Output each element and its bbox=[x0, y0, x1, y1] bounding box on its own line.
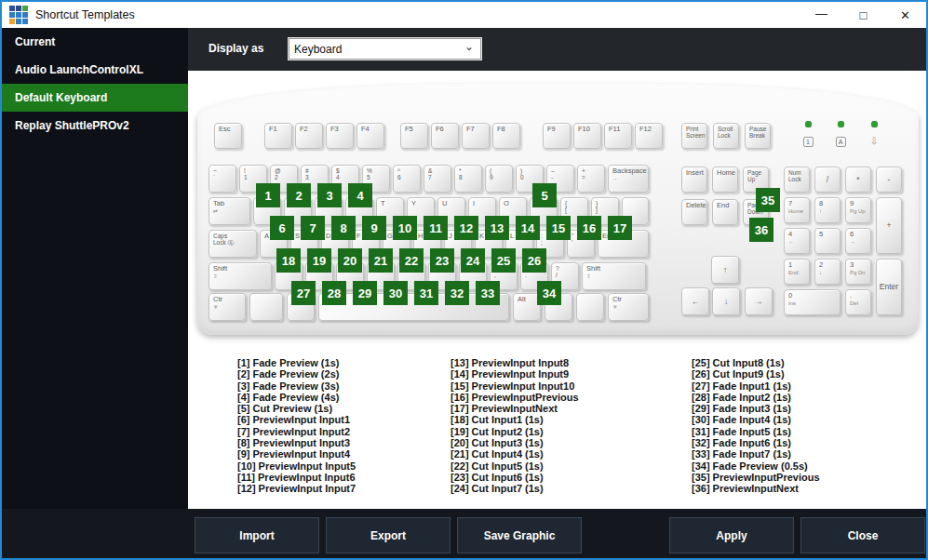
scroll-lock-led: ⇩ bbox=[863, 121, 885, 148]
shortcut-item: [7] PreviewInput Input2 bbox=[237, 426, 356, 437]
shortcut-item: [22] Cut Input5 (1s) bbox=[451, 460, 579, 472]
close-button[interactable]: Close bbox=[800, 517, 925, 553]
save-graphic-button[interactable]: Save Graphic bbox=[457, 517, 582, 553]
key-esc[interactable]: Esc bbox=[214, 123, 242, 149]
logo-square-9 bbox=[22, 19, 28, 24]
shortcut-item: [34] Fade Preview (0.5s) bbox=[692, 460, 820, 472]
key-f6[interactable]: F6 bbox=[431, 123, 459, 149]
shortcut-badge-7: 7 bbox=[301, 216, 325, 240]
shortcut-badge-18: 18 bbox=[276, 248, 301, 273]
scroll-lock-led-dot bbox=[871, 121, 878, 127]
export-button[interactable]: Export bbox=[326, 517, 451, 553]
shortcut-item: [5] Cut Preview (1s) bbox=[237, 403, 356, 414]
key-np-add[interactable]: + bbox=[876, 197, 902, 254]
key-np-8[interactable]: 8↑ bbox=[814, 197, 841, 223]
shortcut-badge-23: 23 bbox=[430, 248, 454, 273]
key-np-2[interactable]: 2↓ bbox=[814, 259, 841, 285]
key-arrow-left[interactable]: ← bbox=[681, 287, 709, 315]
shortcut-badge-5: 5 bbox=[532, 183, 557, 207]
key-np-subtract[interactable]: - bbox=[876, 167, 902, 193]
sidebar-item-replay-shuttleprov2[interactable]: Replay ShuttlePROv2 bbox=[2, 112, 188, 140]
key-np-4[interactable]: 4← bbox=[784, 228, 810, 254]
key-6[interactable]: ^6 bbox=[393, 165, 421, 193]
key-f10[interactable]: F10 bbox=[573, 123, 601, 149]
key-np-7[interactable]: 7Home bbox=[784, 197, 810, 223]
key-equals[interactable]: += bbox=[577, 165, 605, 193]
shortcut-item: [18] Cut Input1 (1s) bbox=[451, 414, 579, 425]
key-arrow-right[interactable]: → bbox=[745, 287, 773, 315]
key-arrow-down[interactable]: ↓ bbox=[712, 287, 740, 315]
shortcut-item: [8] PreviewInput Input3 bbox=[237, 437, 356, 448]
maximize-button[interactable]: □ bbox=[842, 2, 884, 28]
key-f12[interactable]: F12 bbox=[635, 123, 663, 149]
shortcut-badge-26: 26 bbox=[522, 248, 546, 273]
shortcut-item: [29] Fade Input3 (1s) bbox=[692, 403, 820, 414]
key-scroll-lock[interactable]: ScrollLock bbox=[713, 123, 739, 149]
key-np-3[interactable]: 3Pg Dn bbox=[845, 259, 871, 285]
key-ctrl-right[interactable]: Ctr✳ bbox=[608, 293, 649, 321]
key-np-divide[interactable]: / bbox=[814, 167, 841, 193]
shortcut-item: [24] Cut Input7 (1s) bbox=[451, 483, 579, 494]
key-f2[interactable]: F2 bbox=[295, 123, 323, 149]
key-np-6[interactable]: 6→ bbox=[845, 228, 871, 254]
key-f8[interactable]: F8 bbox=[492, 123, 520, 149]
key-np-5[interactable]: 5 bbox=[814, 228, 841, 254]
key-shift-right[interactable]: Shift⇧ bbox=[582, 262, 646, 290]
shortcut-item: [25] Cut Input8 (1s) bbox=[692, 357, 820, 368]
titlebar[interactable]: Shortcut Templates — □ ✕ bbox=[2, 2, 926, 28]
minimize-button[interactable]: — bbox=[800, 2, 842, 28]
key-np-0[interactable]: 0Ins bbox=[784, 289, 841, 315]
key-np-multiply[interactable]: * bbox=[845, 167, 871, 193]
key-caps-lock[interactable]: CapsLock Ⓐ bbox=[208, 230, 257, 258]
key-9[interactable]: (9 bbox=[485, 165, 513, 193]
key-8[interactable]: *8 bbox=[454, 165, 482, 193]
display-as-dropdown[interactable]: Keyboard ⌄ bbox=[289, 38, 481, 60]
apply-button[interactable]: Apply bbox=[669, 517, 794, 553]
sidebar-item-default-keyboard[interactable]: Default Keyboard bbox=[2, 84, 188, 112]
sidebar-item-current[interactable]: Current bbox=[2, 28, 188, 56]
key-f7[interactable]: F7 bbox=[462, 123, 490, 149]
shortcut-item: [23] Cut Input6 (1s) bbox=[451, 472, 579, 483]
key-np-1[interactable]: 1End bbox=[784, 259, 810, 285]
key-f4[interactable]: F4 bbox=[356, 123, 384, 149]
key-pause-break[interactable]: PauseBreak bbox=[745, 123, 771, 149]
key-arrow-up[interactable]: ↑ bbox=[711, 256, 739, 284]
shortcut-badge-12: 12 bbox=[454, 216, 478, 240]
key-np-9[interactable]: 9Pg Up bbox=[845, 197, 871, 223]
sidebar-item-audio-launchcontrolxl[interactable]: Audio LaunchControlXL bbox=[2, 56, 188, 84]
key-ctrl-left[interactable]: Ctr✳ bbox=[208, 293, 246, 321]
key-f3[interactable]: F3 bbox=[326, 123, 354, 149]
maximize-icon: □ bbox=[860, 8, 867, 22]
logo-square-7 bbox=[9, 19, 15, 24]
shortcut-badge-28: 28 bbox=[322, 281, 346, 305]
key-print-screen[interactable]: PrintScreen bbox=[681, 123, 707, 149]
key-end[interactable]: End bbox=[712, 199, 738, 225]
key-shift-left[interactable]: Shift⇧ bbox=[208, 262, 272, 290]
key-f11[interactable]: F11 bbox=[604, 123, 632, 149]
key-7[interactable]: &7 bbox=[424, 165, 451, 193]
key-delete[interactable]: Delete bbox=[681, 199, 707, 225]
window-close-button[interactable]: ✕ bbox=[884, 2, 926, 28]
shortcut-item: [33] Fade Input7 (1s) bbox=[692, 448, 820, 460]
key-f9[interactable]: F9 bbox=[543, 123, 571, 149]
import-button[interactable]: Import bbox=[195, 517, 319, 553]
key-f1[interactable]: F1 bbox=[264, 123, 292, 149]
shortcut-item: [15] PreviewInput Input10 bbox=[451, 380, 579, 392]
shortcut-badge-3: 3 bbox=[317, 183, 342, 207]
caps-lock-led-dot bbox=[838, 121, 844, 127]
key-np-enter[interactable]: Enter bbox=[876, 259, 902, 315]
key-backtick[interactable]: ~` bbox=[208, 165, 236, 193]
key-blank-1[interactable] bbox=[249, 293, 283, 321]
chevron-down-icon: ⌄ bbox=[464, 40, 474, 53]
key-home[interactable]: Home bbox=[712, 167, 738, 193]
shortcut-badge-36: 36 bbox=[749, 218, 773, 242]
key-blank-3[interactable] bbox=[576, 293, 604, 321]
key-np-dot[interactable]: .Del bbox=[845, 289, 871, 315]
key-tab[interactable]: Tab⇄ bbox=[208, 197, 250, 225]
key-backspace[interactable]: Backspace← bbox=[608, 165, 649, 193]
key-f5[interactable]: F5 bbox=[400, 123, 428, 149]
key-num-lock[interactable]: NumLock bbox=[784, 167, 810, 193]
sidebar: CurrentAudio LaunchControlXLDefault Keyb… bbox=[2, 28, 188, 511]
key-insert[interactable]: Insert bbox=[681, 167, 707, 193]
window-title: Shortcut Templates bbox=[35, 8, 135, 21]
